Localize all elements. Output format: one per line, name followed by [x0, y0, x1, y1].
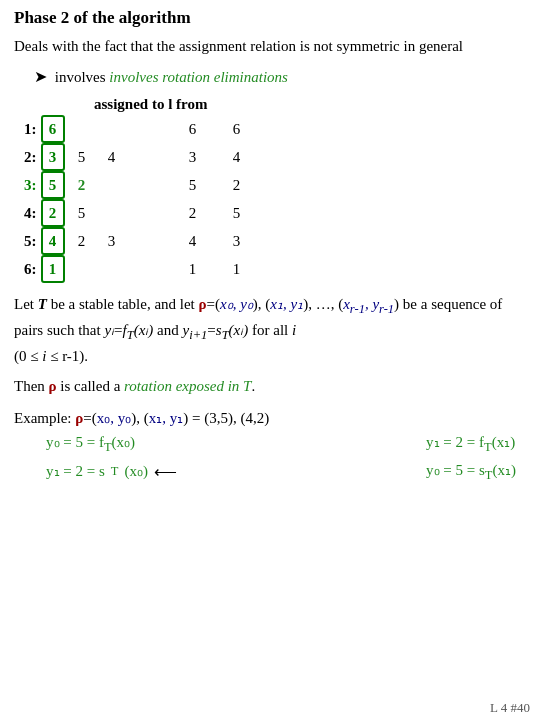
bullet-content: involves rotation eliminations — [109, 69, 288, 85]
cell-1-1: 6 — [41, 115, 65, 143]
row-label-6: 6: — [24, 255, 37, 283]
row-label-4: 4: — [24, 199, 37, 227]
example-prefix: Example: — [14, 410, 75, 426]
rc-2-1: 3 — [183, 143, 203, 171]
arrow-icon: ➤ — [34, 68, 47, 85]
ex-seq2: x₁, y₁ — [149, 410, 184, 426]
rho-symbol: ρ — [199, 296, 207, 312]
rc-6-1: 1 — [183, 255, 203, 283]
example-line: Example: ρ=(x₀, y₀), (x₁, y₁) = (3,5), (… — [14, 406, 526, 430]
i-var: i — [292, 322, 296, 338]
rc-4-2: 5 — [227, 199, 247, 227]
right-col-1: 6 3 5 2 4 1 — [183, 115, 203, 283]
cell-4-1: 2 — [41, 199, 65, 227]
seq-end: xr-1, yr-1 — [343, 296, 394, 312]
yi-eq: yᵢ — [104, 322, 114, 338]
ec-4-2 — [101, 199, 123, 227]
green-line-1-left: y₀ = 5 = fT(x₀) — [46, 430, 177, 458]
row-label-3: 3: — [24, 171, 37, 199]
ec-3-1: 2 — [71, 171, 93, 199]
page-title: Phase 2 of the algorithm — [14, 8, 526, 28]
rc-5-2: 3 — [227, 227, 247, 255]
yi1-eq: yi+1 — [183, 322, 208, 338]
seq-mid: x₁, y₁ — [270, 296, 303, 312]
i-range: i — [42, 348, 46, 364]
green-line-1-right: y₁ = 2 = fT(x₁) — [426, 430, 516, 458]
ec-5-1: 2 — [71, 227, 93, 255]
stable-table-paragraph: Let T be a stable table, and let ρ=(x₀, … — [14, 293, 526, 367]
assigned-label: assigned to l from — [94, 96, 526, 113]
ec-2-2: 4 — [101, 143, 123, 171]
ec-1-1 — [71, 115, 93, 143]
seq-start: x₀, y₀ — [220, 296, 253, 312]
ec-5-2: 3 — [101, 227, 123, 255]
green-col-left: y₀ = 5 = fT(x₀) y₁ = 2 = sT(x₀) ⟵ — [30, 430, 177, 487]
rc-3-1: 5 — [183, 171, 203, 199]
intro-text: Deals with the fact that the assignment … — [14, 36, 526, 57]
rc-5-1: 4 — [183, 227, 203, 255]
cell-6-1: 1 — [41, 255, 65, 283]
sT: sT(xᵢ) — [216, 322, 248, 338]
bullet-prefix: involves — [55, 69, 110, 85]
ex-seq: x₀, y₀ — [97, 410, 132, 426]
ec-6-1 — [71, 255, 93, 283]
ec-6-2 — [101, 255, 123, 283]
rc-1-2: 6 — [227, 115, 247, 143]
rc-1-1: 6 — [183, 115, 203, 143]
ec-4-1: 5 — [71, 199, 93, 227]
extra-cols: 5 2 5 2 4 3 — [71, 115, 123, 283]
right-cols: 6 3 5 2 4 1 6 4 2 5 3 1 — [183, 115, 247, 283]
row-label-1: 1: — [24, 115, 37, 143]
rc-6-2: 1 — [227, 255, 247, 283]
cell-3-1: 5 — [41, 171, 65, 199]
left-arrow-icon: ⟵ — [154, 458, 177, 485]
algorithm-table-section: assigned to l from 1: 2: 3: 4: 5: 6: 6 3… — [14, 96, 526, 283]
example-section: Example: ρ=(x₀, y₀), (x₁, y₁) = (3,5), (… — [14, 406, 526, 487]
ec-1-2 — [101, 115, 123, 143]
then-paragraph: Then ρ is called a rotation exposed in T… — [14, 375, 526, 398]
rc-4-1: 2 — [183, 199, 203, 227]
green-line-2-right: y₀ = 5 = sT(x₁) — [426, 458, 516, 486]
main-cells-col: 6 3 5 2 4 1 — [41, 115, 65, 283]
bullet-line: ➤ involves involves rotation elimination… — [34, 67, 526, 86]
rc-3-2: 2 — [227, 171, 247, 199]
green-col-right: y₁ = 2 = fT(x₁) y₀ = 5 = sT(x₁) — [410, 430, 516, 487]
row-labels: 1: 2: 3: 4: 5: 6: — [24, 115, 37, 283]
cell-5-1: 4 — [41, 227, 65, 255]
row-label-5: 5: — [24, 227, 37, 255]
extra-col-1: 5 2 5 2 — [71, 115, 93, 283]
ec-2-1: 5 — [71, 143, 93, 171]
table-grid: 1: 2: 3: 4: 5: 6: 6 3 5 2 4 1 5 2 5 2 — [24, 115, 526, 283]
fT: fT(xᵢ) — [123, 322, 154, 338]
green-lines: y₀ = 5 = fT(x₀) y₁ = 2 = sT(x₀) ⟵ y₁ = 2… — [30, 430, 516, 487]
cell-2-1: 3 — [41, 143, 65, 171]
extra-col-2: 4 3 — [101, 115, 123, 283]
rotation-exposed-text: rotation exposed in T — [124, 378, 251, 394]
row-label-2: 2: — [24, 143, 37, 171]
right-col-2: 6 4 2 5 3 1 — [227, 115, 247, 283]
example-rho: ρ — [75, 410, 83, 426]
rc-2-2: 4 — [227, 143, 247, 171]
T-symbol: T — [38, 296, 47, 312]
page-number: L 4 #40 — [490, 700, 530, 716]
ec-3-2 — [101, 171, 123, 199]
rho-then: ρ — [49, 378, 57, 394]
green-line-2-left: y₁ = 2 = sT(x₀) ⟵ — [46, 458, 177, 485]
